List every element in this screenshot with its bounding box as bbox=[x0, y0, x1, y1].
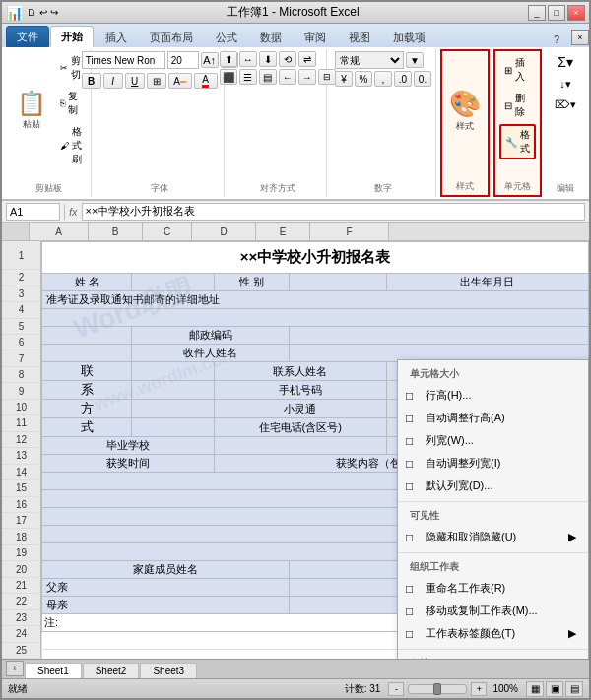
row-header-10[interactable]: 10 bbox=[2, 400, 41, 415]
cell-b9[interactable] bbox=[132, 400, 215, 418]
cell-d2[interactable] bbox=[289, 274, 386, 291]
menu-item-default-col-width[interactable]: □ 默认列宽(D)... bbox=[398, 475, 588, 497]
delete-button[interactable]: ⊟ 删除 bbox=[499, 89, 536, 122]
row-header-2[interactable]: 2 bbox=[2, 270, 41, 286]
fill-color-button[interactable]: A▬ bbox=[168, 73, 192, 89]
zoom-out-button[interactable]: - bbox=[388, 682, 404, 696]
row-header-16[interactable]: 16 bbox=[2, 497, 41, 513]
increase-indent-button[interactable]: → bbox=[298, 69, 316, 85]
tab-addins[interactable]: 加载项 bbox=[382, 27, 436, 47]
row-header-23[interactable]: 23 bbox=[2, 610, 41, 626]
row-header-18[interactable]: 18 bbox=[2, 529, 41, 544]
row-header-19[interactable]: 19 bbox=[2, 545, 41, 561]
tab-sheet1[interactable]: Sheet1 bbox=[25, 663, 82, 678]
clear-button[interactable]: ⌦▾ bbox=[550, 95, 581, 114]
col-header-a[interactable]: A bbox=[30, 223, 89, 240]
close-button[interactable]: × bbox=[567, 5, 585, 21]
row-header-25[interactable]: 25 bbox=[2, 643, 41, 659]
cell-a5[interactable] bbox=[42, 327, 132, 345]
cell-b7[interactable] bbox=[132, 362, 215, 381]
align-right-button[interactable]: ▤ bbox=[259, 69, 277, 85]
menu-item-row-height[interactable]: □ 行高(H)... bbox=[398, 384, 588, 407]
font-size-input[interactable] bbox=[167, 51, 199, 69]
number-format-btn[interactable]: ▼ bbox=[406, 52, 424, 68]
maximize-button[interactable]: □ bbox=[548, 5, 565, 21]
font-name-input[interactable] bbox=[82, 51, 165, 69]
cell-a19[interactable]: 父亲 bbox=[42, 579, 290, 597]
cell-d5[interactable] bbox=[289, 327, 588, 345]
tab-insert[interactable]: 插入 bbox=[95, 27, 138, 47]
row-header-12[interactable]: 12 bbox=[2, 432, 41, 448]
tab-sheet2[interactable]: Sheet2 bbox=[83, 663, 140, 678]
tab-file[interactable]: 文件 bbox=[6, 26, 49, 47]
cell-b6[interactable]: 收件人姓名 bbox=[132, 345, 290, 362]
tab-data[interactable]: 数据 bbox=[249, 27, 293, 47]
tab-page-layout[interactable]: 页面布局 bbox=[139, 27, 204, 47]
cell-c2[interactable]: 性 别 bbox=[214, 274, 289, 291]
cell-a12[interactable]: 获奖时间 bbox=[42, 455, 215, 473]
formula-input[interactable]: ××中学校小升初报名表 bbox=[82, 203, 585, 221]
row-header-13[interactable]: 13 bbox=[2, 448, 41, 464]
sum-button[interactable]: Σ▾ bbox=[550, 51, 581, 73]
styles-button[interactable]: 🎨 样式 bbox=[443, 85, 487, 137]
cell-a6[interactable] bbox=[42, 345, 132, 362]
menu-item-auto-col-width[interactable]: □ 自动调整列宽(I) bbox=[398, 452, 588, 475]
zoom-slider[interactable] bbox=[408, 684, 467, 694]
zoom-in-button[interactable]: + bbox=[471, 682, 487, 696]
row-header-20[interactable]: 20 bbox=[2, 561, 41, 577]
menu-item-rename-sheet[interactable]: □ 重命名工作表(R) bbox=[398, 577, 588, 600]
underline-button[interactable]: U bbox=[125, 73, 145, 89]
tab-formula[interactable]: 公式 bbox=[205, 27, 248, 47]
cell-a9[interactable]: 方 bbox=[42, 400, 132, 418]
decrease-indent-button[interactable]: ← bbox=[279, 69, 296, 85]
align-left-button[interactable]: ⬛ bbox=[220, 69, 237, 85]
row-header-11[interactable]: 11 bbox=[2, 415, 41, 431]
insert-sheet-button[interactable]: + bbox=[6, 661, 24, 676]
increase-decimal-button[interactable]: .0 bbox=[394, 71, 412, 87]
title-cell[interactable]: ××中学校小升初报名表 bbox=[42, 242, 589, 274]
italic-button[interactable]: I bbox=[103, 73, 123, 89]
cell-a3[interactable]: 准考证及录取通知书邮寄的详细地址 bbox=[42, 291, 589, 309]
normal-view-button[interactable]: ▦ bbox=[526, 681, 544, 697]
border-button[interactable]: ⊞ bbox=[147, 73, 166, 89]
menu-item-tab-color[interactable]: □ 工作表标签颜色(T) ▶ bbox=[398, 622, 588, 645]
cell-c8[interactable]: 手机号码 bbox=[214, 381, 386, 400]
row-header-4[interactable]: 4 bbox=[2, 302, 41, 318]
align-top-button[interactable]: ⬆ bbox=[220, 51, 237, 67]
fill-button[interactable]: ↓▾ bbox=[550, 75, 581, 94]
font-increase-button[interactable]: A↑ bbox=[201, 52, 219, 68]
format-painter-button[interactable]: 🖌 格式刷 bbox=[55, 122, 87, 169]
cell-a2[interactable]: 姓 名 bbox=[42, 274, 132, 291]
row-header-14[interactable]: 14 bbox=[2, 465, 41, 480]
format-button[interactable]: 🔧 格式 bbox=[499, 124, 536, 159]
menu-item-hide-unhide[interactable]: □ 隐藏和取消隐藏(U) ▶ bbox=[398, 526, 588, 548]
insert-button[interactable]: ⊞ 插入 bbox=[499, 53, 536, 87]
cell-c7[interactable]: 联系人姓名 bbox=[214, 362, 386, 381]
row-header-3[interactable]: 3 bbox=[2, 286, 41, 302]
tab-help[interactable]: ? bbox=[543, 30, 570, 47]
cell-a20[interactable]: 母亲 bbox=[42, 597, 290, 614]
cell-c10[interactable]: 住宅电话(含区号) bbox=[214, 418, 386, 437]
row-header-15[interactable]: 15 bbox=[2, 480, 41, 496]
cell-b8[interactable] bbox=[132, 381, 215, 400]
row-header-1[interactable]: 1 bbox=[2, 241, 41, 270]
row-header-22[interactable]: 22 bbox=[2, 594, 41, 609]
cell-reference-input[interactable] bbox=[6, 203, 60, 221]
cell-c9[interactable]: 小灵通 bbox=[214, 400, 386, 418]
menu-item-auto-row-height[interactable]: □ 自动调整行高(A) bbox=[398, 407, 588, 429]
currency-button[interactable]: ¥ bbox=[335, 71, 353, 87]
cell-a10[interactable]: 式 bbox=[42, 418, 132, 437]
row-header-24[interactable]: 24 bbox=[2, 626, 41, 642]
ribbon-close-btn[interactable]: × bbox=[571, 30, 589, 45]
align-bottom-button[interactable]: ⬇ bbox=[259, 51, 277, 67]
minimize-button[interactable]: _ bbox=[528, 5, 546, 21]
tab-home[interactable]: 开始 bbox=[50, 26, 94, 47]
col-header-e[interactable]: E bbox=[256, 223, 310, 240]
col-header-b[interactable]: B bbox=[89, 223, 143, 240]
page-break-view-button[interactable]: ▤ bbox=[565, 681, 583, 697]
font-color-button[interactable]: A bbox=[194, 73, 218, 89]
comma-button[interactable]: , bbox=[374, 71, 392, 87]
cell-c11[interactable] bbox=[214, 437, 386, 455]
cell-b2[interactable] bbox=[132, 274, 215, 291]
text-direction-button[interactable]: ⟲ bbox=[279, 51, 296, 67]
